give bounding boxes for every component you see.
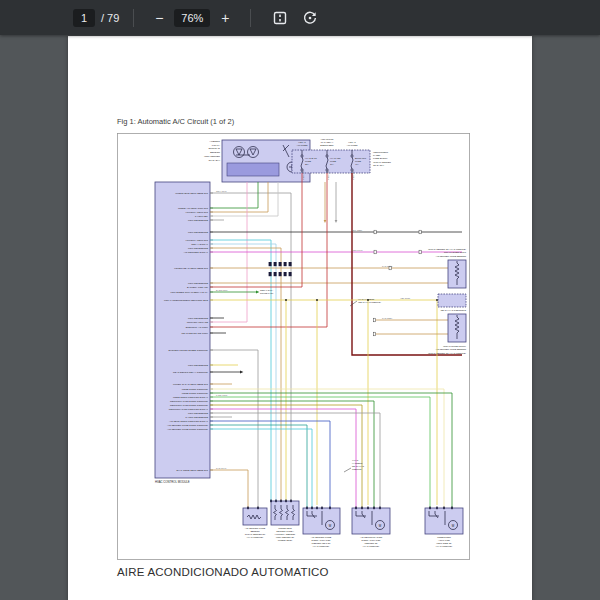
component-caption-line: HUMIDITY SENSOR [275, 533, 296, 535]
component-caption-line: AIR RECIRCULATION [360, 536, 382, 538]
module-pin-label: REAR DEFOG RELAY CONTROL [173, 371, 209, 373]
sunload-label-line: (TOP CENTER [204, 155, 220, 158]
module-caption: HVAC CONTROL MODULE [155, 480, 190, 484]
note-line: NEAR HVAC [352, 465, 364, 467]
module-pin-label: MODE DOOR CONTROL [182, 392, 209, 394]
sensor-label-line: AIR TEMPERATURE SENSOR [436, 348, 467, 350]
fuse-name-label: BLWR FRT [355, 157, 367, 159]
sensor-label-line: AIR TEMPERATURE SENSOR [436, 255, 467, 257]
module-pin-label: UPPER IN-CAR TEMP SENS SIG [173, 383, 208, 385]
fuse-hot-label: ALL TIMES [346, 144, 358, 146]
toolbar-divider-2 [250, 9, 251, 27]
component-caption-line: (LEFT SIDE OF [436, 542, 452, 544]
module-pin-label: LOW REFERENCE [188, 219, 209, 221]
module-pin-label: RECIRCULATION DOOR CONTROL [170, 400, 209, 402]
zoom-level-input[interactable]: 76% [174, 9, 210, 27]
svg-text:D-GN 6109: D-GN 6109 [216, 289, 228, 291]
zoom-out-button[interactable]: − [148, 7, 170, 29]
component-caption-line: AIR TEMPERATURE [245, 527, 266, 529]
module-pin-label: RECIRCULATION POSITION SIGNAL [169, 408, 209, 410]
module-pin-label: MODE DOOR POSITION SIGNAL [173, 396, 209, 398]
page-number-input[interactable]: 1 [73, 9, 95, 27]
note-line: (HVAC [352, 459, 359, 461]
fuse-hot-label: ENERGIZED) [320, 144, 334, 146]
module-pin-label: LOW REFERENCE [188, 282, 209, 284]
module-pin-label: LOW REFERENCE [188, 412, 209, 414]
component-caption-line: TEMPERATURE / [276, 530, 294, 532]
gmlan-note: SERIAL DATASPLICE PACK [260, 289, 274, 294]
fuse-name-label: 25A [305, 163, 309, 165]
module-pin-label: BLOWER MOTOR SPEED CONTROL [169, 349, 209, 351]
air-temp-door-actuator-label: AIR TEMPERATUREDOOR ACTUATOR(CENTER LEFT… [311, 536, 332, 548]
module-pin-label: 5 VOLT REFERENCE [185, 416, 208, 418]
svg-text:PNK 6040: PNK 6040 [352, 249, 363, 251]
module-pin-label: LOCAL INTERCONNECT NETWORK BUS [164, 299, 208, 301]
fuse-name-label: 10A [330, 163, 334, 165]
fuse-block-location-line: OF DASH) [373, 164, 384, 166]
note-line: SPLICE PACK [260, 292, 274, 294]
component-caption-line: (CENTER LEFT OF [311, 542, 331, 544]
module-pin-label: ELECTRIC A/C CTRL [186, 326, 209, 328]
module-pin-label: HUMIDITY TEMP SIG [185, 211, 208, 213]
fuse-hot-label: HOT AT [298, 141, 306, 143]
svg-text:YEL 5987: YEL 5987 [400, 297, 411, 299]
component-caption-line: DOOR ACTUATOR [362, 539, 381, 541]
module-pin-label: A/C REQUEST SIGNAL [183, 251, 208, 253]
sunload-label-line: SUNLOAD [208, 147, 220, 150]
windshield-temp-humidity-sensor [270, 500, 299, 525]
module-pin-label: HUMIDITY TEMP SIG [185, 239, 208, 241]
svg-text:RED 0640: RED 0640 [327, 169, 329, 180]
component-caption-line: HVAC MODULE) [313, 545, 330, 547]
fuse-hot-label: (RAP RELAY [321, 141, 334, 143]
sensor-label-line: (RIGHT UPPER DUCT) [443, 345, 466, 347]
module-pin-label: REAR DEFOG IND CTRL [182, 332, 209, 334]
fuse-name-label: FUSE [305, 160, 311, 162]
component-caption-line: HVAC MODULE) [363, 545, 380, 547]
sensor-label-line: (RIGHT CENTER OF HVAC MODULE) [428, 352, 466, 354]
svg-text:TAN 7147: TAN 7147 [216, 467, 227, 469]
fuse-name-label: HVAC IGN [330, 157, 341, 159]
sunload-label-line: LIGHT / [212, 144, 221, 147]
mode-door-actuator: M [425, 507, 463, 534]
sensor-label-line: RIGHT LOWER DUCT [444, 251, 467, 253]
module-pin-label: RECIRCULATION DOOR CONTROL [170, 404, 209, 406]
module-pin-label: LOWER REAR TEMP SENS SIG [174, 267, 208, 269]
fuse-hot-label: HOT IN RUN [321, 138, 334, 140]
right-lower-duct-temp-sensor [448, 260, 466, 288]
rotate-icon[interactable] [302, 10, 318, 26]
module-pin-label: LOW REFERENCE [188, 247, 209, 249]
note-line: MODULE) [352, 468, 362, 470]
module-pin-label: LOW REFERENCE [188, 231, 209, 233]
fit-page-icon[interactable] [272, 10, 288, 26]
fuse-name-label: FUSE [355, 160, 361, 162]
module-pin-label: LOW REFERENCE [188, 364, 209, 366]
air-temperature-sensor [243, 507, 267, 525]
pdf-viewer-area[interactable]: Fig 1: Automatic A/C Circuit (1 of 2) AM… [0, 35, 600, 600]
module-pin-label: BATTERY POS VOL [187, 286, 209, 288]
sunload-label-line: SENSOR [210, 151, 220, 154]
module-pin-label: MODE DOOR CONTROL [182, 388, 209, 390]
pdf-page: Fig 1: Automatic A/C Circuit (1 of 2) AM… [68, 36, 532, 600]
svg-text:RED 2540: RED 2540 [302, 169, 304, 180]
module-pin-label: LOW SPEED GMLAN SERIAL DATA [170, 291, 208, 293]
component-caption-line: ACTUATOR [438, 539, 450, 541]
figure-title: Fig 1: Automatic A/C Circuit (1 of 2) [117, 117, 234, 126]
svg-text:RED 5290: RED 5290 [352, 169, 354, 180]
svg-text:TAN 1227: TAN 1227 [382, 265, 393, 267]
fuse-name-label: 40A [355, 163, 359, 165]
module-pin-label: EVAP CORE TEMP SENS SIG [176, 469, 208, 471]
toolbar-divider [133, 9, 134, 27]
svg-text:TAN 1229: TAN 1229 [382, 317, 393, 319]
figure-caption: AIRE ACONDICIONADO AUTOMATICO [117, 566, 329, 578]
fuse-block-location-line: INSTRUMENT [373, 151, 389, 153]
component-caption-line: WINDSHIELD [278, 527, 292, 529]
component-caption-line: HVAC MODULE) [247, 536, 264, 538]
note-line: SERIAL DATA [260, 289, 274, 291]
air-temp-sensor-label: AIR TEMPERATURESENSOR(RIGHT CENTER OFHVA… [245, 527, 266, 539]
wiring-diagram: AMBIENTLIGHT /SUNLOADSENSOR(TOP CENTEROF… [117, 133, 470, 560]
module-pin-label: AIR TEMP DOOR POSITION SIGNAL [169, 420, 209, 422]
air-recirculation-door-actuator: M [352, 507, 390, 534]
module-pin-label: 5 VOLT REF [195, 215, 209, 217]
sunload-label-line: OF DASH) [209, 159, 221, 162]
zoom-in-button[interactable]: + [214, 7, 236, 29]
